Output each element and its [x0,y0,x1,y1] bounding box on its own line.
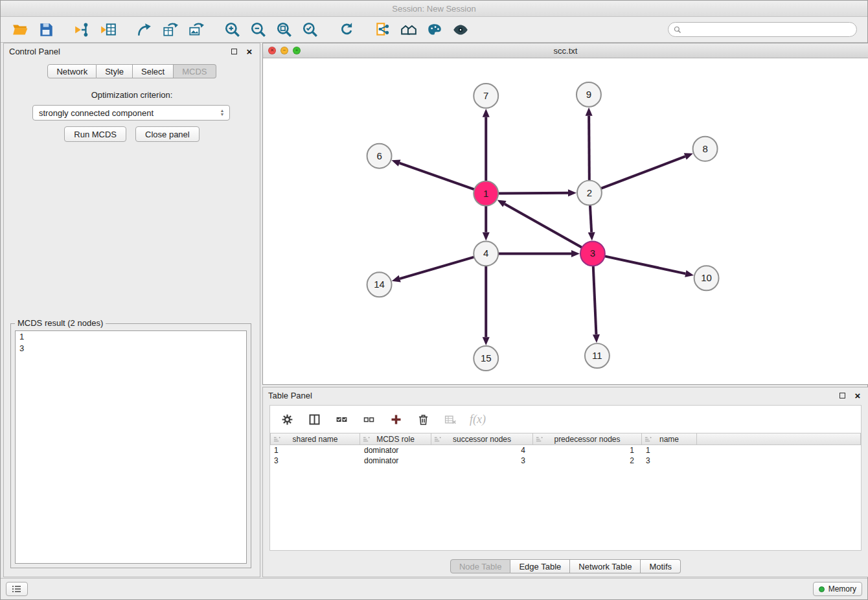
column-header-successor-nodes[interactable]: successor nodes [431,433,533,445]
graph-node-9[interactable]: 9 [577,82,601,107]
graph-node-7[interactable]: 7 [474,84,498,108]
close-window-icon[interactable]: ✕ [268,47,276,54]
export-image-button[interactable] [183,19,209,40]
graph-node-3[interactable]: 3 [580,241,605,266]
column-header-shared-name[interactable]: shared name [270,433,360,445]
memory-button[interactable]: Memory [813,582,862,596]
table-cell-filler [697,445,861,456]
graph-node-14[interactable]: 14 [367,272,392,297]
mcds-action-buttons: Run MCDS Close panel [4,126,260,142]
zoom-in-button[interactable] [220,19,246,40]
function-builder-button[interactable]: f(x) [470,411,486,427]
export-table-button[interactable] [157,19,183,40]
graph-node-11[interactable]: 11 [585,343,610,368]
zoom-selected-icon [302,21,319,38]
table-settings-button[interactable] [279,411,295,427]
zoom-fit-button[interactable] [271,19,297,40]
tab-edge-table[interactable]: Edge Table [510,559,570,573]
close-table-panel-icon[interactable]: × [852,390,863,400]
control-panel-title: Control Panel [9,47,60,56]
save-session-button[interactable] [33,19,59,40]
close-panel-button[interactable]: Close panel [135,126,200,142]
graph-node-2[interactable]: 2 [577,181,602,205]
graph-node-8[interactable]: 8 [693,137,718,161]
graph-edge-1-2[interactable] [498,189,577,196]
graph-node-4[interactable]: 4 [474,241,498,266]
graph-edge-1-7[interactable] [483,109,490,181]
table-cell[interactable]: 3 [431,456,533,466]
graph-edge-4-15[interactable] [483,266,490,345]
network-canvas[interactable]: 7968124314101511 [263,58,868,384]
mcds-result-title: MCDS result (2 nodes) [15,318,106,328]
search-input[interactable] [685,25,851,34]
network-file-icon [374,21,391,38]
table-cell[interactable]: 1 [270,445,360,456]
column-header-predecessor-nodes[interactable]: predecessor nodes [533,433,642,445]
graph-edge-2-3[interactable] [588,205,595,241]
graph-edge-4-3[interactable] [498,250,580,257]
tab-network[interactable]: Network [47,64,97,78]
export-network-button[interactable] [131,19,157,40]
search-box[interactable] [668,22,857,37]
graph-edge-3-10[interactable] [604,256,694,277]
import-table-button[interactable] [95,19,121,40]
tab-motifs[interactable]: Motifs [641,559,681,573]
criterion-dropdown[interactable]: strongly connected component ▲▼ [32,105,230,121]
graph-node-15[interactable]: 15 [474,346,498,371]
delete-table-button[interactable] [442,411,458,427]
home-layout-button[interactable] [396,19,422,40]
task-history-button[interactable] [6,582,28,596]
column-header-mcds-role[interactable]: MCDS role [360,433,431,445]
import-network-button[interactable] [69,19,95,40]
zoom-selected-button[interactable] [297,19,323,40]
mcds-result-list[interactable]: 13 [15,330,247,564]
table-panel-header: Table Panel × [263,387,868,403]
graph-edge-2-8[interactable] [601,153,693,189]
graph-edge-1-6[interactable] [391,159,474,189]
graph-edge-3-11[interactable] [593,266,600,343]
table-cell[interactable]: 1 [533,445,642,456]
float-panel-icon[interactable] [229,46,239,56]
select-all-button[interactable] [334,411,349,427]
list-icon [12,584,22,594]
column-header-name[interactable]: name [642,433,697,445]
delete-column-button[interactable] [415,411,431,427]
table-cell[interactable]: 1 [642,445,697,456]
tab-style[interactable]: Style [97,64,133,78]
table-row[interactable]: 3dominator323 [270,456,861,466]
unselect-all-button[interactable] [361,411,376,427]
tab-network-table[interactable]: Network Table [570,559,641,573]
float-table-panel-icon[interactable] [837,390,847,400]
close-panel-icon[interactable]: × [244,46,255,56]
table-cell[interactable]: dominator [360,456,431,466]
show-hide-button[interactable] [448,19,474,40]
graph-node-10[interactable]: 10 [694,266,719,290]
tab-select[interactable]: Select [133,64,174,78]
show-columns-button[interactable] [306,411,322,427]
table-cell[interactable]: 2 [533,456,642,466]
run-mcds-button[interactable]: Run MCDS [64,126,126,142]
zoom-window-icon[interactable]: + [293,47,301,54]
graph-node-1[interactable]: 1 [474,181,498,206]
graph-edge-1-4[interactable] [483,206,490,241]
minimize-window-icon[interactable]: − [280,47,288,54]
graph-edge-4-14[interactable] [392,257,474,283]
tab-node-table[interactable]: Node Table [450,559,511,573]
tab-mcds[interactable]: MCDS [174,64,216,78]
svg-text:1: 1 [483,188,488,199]
network-window-title: scc.txt [554,46,578,56]
table-cell[interactable]: 4 [431,445,533,456]
apply-style-button[interactable] [422,19,448,40]
table-cell[interactable]: dominator [360,445,431,456]
zoom-out-button[interactable] [246,19,271,40]
add-column-button[interactable] [388,411,404,427]
table-row[interactable]: 1dominator411 [270,445,861,456]
table-cell[interactable]: 3 [642,456,697,466]
open-folder-button[interactable] [7,19,33,40]
graph-edge-2-9[interactable] [586,108,593,181]
graph-edge-3-1[interactable] [497,200,582,248]
table-cell[interactable]: 3 [270,456,360,466]
graph-node-6[interactable]: 6 [367,144,392,168]
refresh-layout-button[interactable] [334,19,360,40]
network-snapshot-button[interactable] [370,19,396,40]
